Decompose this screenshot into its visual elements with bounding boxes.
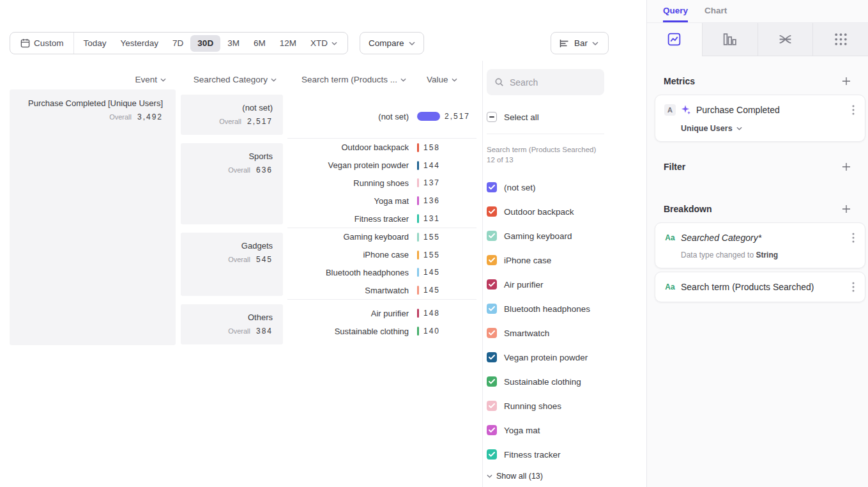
overall-label: Overall <box>219 118 241 125</box>
legend-label: Sustainable clothing <box>504 377 581 387</box>
checkbox-checked[interactable] <box>487 304 497 314</box>
add-breakdown-button[interactable] <box>841 203 852 215</box>
legend-item[interactable]: Gaming keyboard <box>487 224 604 248</box>
date-range-custom[interactable]: Custom <box>13 35 71 52</box>
table-row[interactable]: (not set)2,517 <box>287 107 476 125</box>
legend-item[interactable]: Sustainable clothing <box>487 369 604 394</box>
funnel-bars-icon[interactable] <box>702 23 758 56</box>
date-range-12m[interactable]: 12M <box>273 35 303 52</box>
legend-item[interactable]: Outdoor backpack <box>487 199 604 224</box>
select-all-row[interactable]: Select all <box>487 109 604 125</box>
date-range-xtd[interactable]: XTD <box>303 35 344 52</box>
checkbox-checked[interactable] <box>487 352 497 362</box>
checkbox-checked[interactable] <box>487 449 497 460</box>
overall-value: 636 <box>256 166 273 174</box>
checkbox-checked[interactable] <box>487 279 497 290</box>
measure-dropdown[interactable]: Unique Users <box>664 124 856 133</box>
legend-item[interactable]: Fitness tracker <box>487 442 604 467</box>
add-metric-button[interactable] <box>841 75 852 87</box>
overall-value: 3,492 <box>137 112 163 121</box>
overall-label: Overall <box>228 256 250 263</box>
terms-column: (not set)2,517Outdoor backpack158Vegan p… <box>287 95 476 344</box>
kebab-menu-icon[interactable] <box>851 231 856 244</box>
checkbox-checked[interactable] <box>487 328 497 338</box>
add-filter-button[interactable] <box>841 161 852 173</box>
term-group: Outdoor backpack158Vegan protein powder1… <box>287 139 476 228</box>
legend-item[interactable]: Bluetooth headphones <box>487 297 604 321</box>
column-header-event[interactable]: Event <box>10 75 166 84</box>
term-label: (not set) <box>287 112 409 121</box>
value-bar <box>417 143 419 152</box>
table-row[interactable]: iPhone case155 <box>287 246 476 264</box>
checkbox-checked[interactable] <box>487 182 497 192</box>
flows-icon[interactable] <box>758 23 813 56</box>
table-row[interactable]: Gaming keyboard155 <box>287 228 476 246</box>
dots-grid-icon[interactable] <box>812 23 868 56</box>
divider <box>487 134 604 134</box>
legend-item[interactable]: (not set) <box>487 175 604 199</box>
checkbox-checked[interactable] <box>487 376 497 387</box>
metric-card[interactable]: A Purchase Completed Unique Users <box>655 95 865 142</box>
date-range-30d[interactable]: 30D <box>190 35 220 52</box>
date-range-6m[interactable]: 6M <box>247 35 273 52</box>
event-name: Purchase Completed [Unique Users] <box>10 98 163 108</box>
filter-title: Filter <box>664 162 685 172</box>
date-range-yesterday[interactable]: Yesterday <box>114 35 166 52</box>
column-header-term[interactable]: Search term (Products ... <box>287 75 406 84</box>
table-row[interactable]: Sustainable clothing140 <box>287 322 476 340</box>
checkbox-checked[interactable] <box>487 255 497 265</box>
legend-item[interactable]: Vegan protein powder <box>487 345 604 369</box>
legend-item[interactable]: iPhone case <box>487 248 604 272</box>
string-type-icon: Aa <box>664 282 676 291</box>
term-value: 140 <box>423 327 440 336</box>
checkbox-checked[interactable] <box>487 206 497 217</box>
table-row[interactable]: Yoga mat136 <box>287 192 476 210</box>
table-row[interactable]: Fitness tracker131 <box>287 210 476 228</box>
string-type-icon: Aa <box>664 233 676 242</box>
insights-chart-icon[interactable] <box>647 23 702 56</box>
date-range-3m[interactable]: 3M <box>220 35 247 52</box>
calendar-icon <box>20 38 30 48</box>
show-all-button[interactable]: Show all (13) <box>487 472 604 481</box>
main-report-area: CustomTodayYesterday7D30D3M6M12MXTD Comp… <box>0 0 646 487</box>
legend-item[interactable]: Yoga mat <box>487 418 604 442</box>
checkbox-checked[interactable] <box>487 401 497 411</box>
checkbox-checked[interactable] <box>487 425 497 435</box>
column-header-value[interactable]: Value <box>427 75 478 84</box>
legend-item[interactable]: Running shoes <box>487 394 604 418</box>
term-label: Sustainable clothing <box>287 327 409 336</box>
date-range-today[interactable]: Today <box>77 35 114 52</box>
kebab-menu-icon[interactable] <box>851 281 856 293</box>
legend-label: Outdoor backpack <box>504 207 574 217</box>
table-row[interactable]: Running shoes137 <box>287 174 476 192</box>
breakdown-name: Searched Category* <box>681 233 846 243</box>
table-row[interactable]: Smartwatch145 <box>287 281 476 299</box>
compare-button[interactable]: Compare <box>360 32 424 54</box>
search-input[interactable] <box>510 77 597 88</box>
checkbox-checked[interactable] <box>487 231 497 241</box>
breakdown-card-searched-category[interactable]: Aa Searched Category* Data type changed … <box>655 222 865 268</box>
column-header-category[interactable]: Searched Category <box>181 75 277 84</box>
legend-item[interactable]: Smartwatch <box>487 321 604 345</box>
checkbox-indeterminate[interactable] <box>487 112 497 122</box>
table-row[interactable]: Vegan protein powder144 <box>287 157 476 174</box>
kebab-menu-icon[interactable] <box>851 104 856 116</box>
chevron-down-icon <box>736 127 742 130</box>
chart-type-dropdown[interactable]: Bar <box>551 32 609 54</box>
metric-name: Purchase Completed <box>696 105 846 115</box>
breakdown-card-search-term[interactable]: Aa Search term (Products Searched) <box>655 272 865 302</box>
tab-chart[interactable]: Chart <box>704 0 727 22</box>
metrics-section-header: Metrics <box>664 75 852 87</box>
chevron-down-icon <box>409 42 415 45</box>
tab-query[interactable]: Query <box>663 0 688 22</box>
value-bar <box>417 214 419 223</box>
legend-item[interactable]: Air purifier <box>487 272 604 297</box>
date-range-7d[interactable]: 7D <box>165 35 190 52</box>
overall-label: Overall <box>228 166 250 174</box>
table-row[interactable]: Outdoor backpack158 <box>287 139 476 157</box>
table-row[interactable]: Bluetooth headphones145 <box>287 264 476 282</box>
value-bar <box>417 309 419 318</box>
legend-search <box>487 69 604 95</box>
legend-label: Bluetooth headphones <box>504 304 590 314</box>
table-row[interactable]: Air purifier148 <box>287 304 476 322</box>
